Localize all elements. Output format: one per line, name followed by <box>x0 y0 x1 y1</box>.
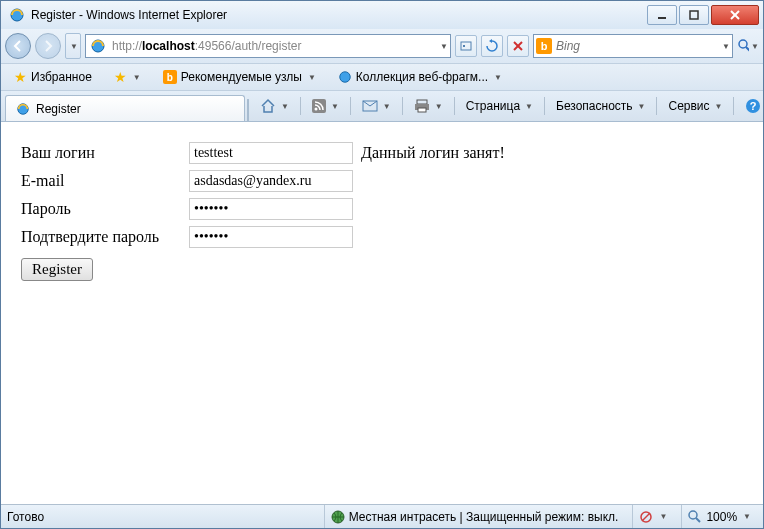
confirm-password-input[interactable] <box>189 226 353 248</box>
svg-point-10 <box>739 40 747 48</box>
password-input[interactable] <box>189 198 353 220</box>
add-favorites-button[interactable]: ★▼ <box>107 66 148 88</box>
bing-icon: b <box>536 38 552 54</box>
bing-small-icon: b <box>163 70 177 84</box>
titlebar: Register - Windows Internet Explorer <box>1 1 763 29</box>
protected-mode-toggle[interactable]: ▼ <box>632 505 673 528</box>
svg-line-26 <box>696 518 700 522</box>
zoom-icon <box>688 510 702 524</box>
page-menu[interactable]: Страница▼ <box>461 96 538 116</box>
globe-icon <box>331 510 345 524</box>
status-text: Готово <box>7 510 316 524</box>
window-title: Register - Windows Internet Explorer <box>31 8 647 22</box>
login-input[interactable] <box>189 142 353 164</box>
active-tab[interactable]: Register <box>5 95 245 121</box>
shield-off-icon <box>639 510 653 524</box>
command-bar: ▼ ▼ ▼ ▼ Страница▼ Безопасность▼ Сервис▼ … <box>249 91 764 121</box>
back-button[interactable] <box>5 33 31 59</box>
favorites-bar: ★ Избранное ★▼ b Рекомендуемые узлы▼ Кол… <box>1 63 763 91</box>
ie-logo-icon <box>9 7 25 23</box>
address-dropdown-icon[interactable]: ▼ <box>440 42 448 51</box>
zoom-level: 100% <box>706 510 737 524</box>
close-button[interactable] <box>711 5 759 25</box>
print-button[interactable]: ▼ <box>409 96 448 116</box>
star-add-icon: ★ <box>114 69 127 85</box>
favorites-button[interactable]: ★ Избранное <box>7 66 99 88</box>
tab-title: Register <box>36 102 81 116</box>
web-slices-link[interactable]: Коллекция веб-фрагм...▼ <box>331 67 509 87</box>
help-button[interactable]: ?▼ <box>740 95 764 117</box>
email-input[interactable] <box>189 170 353 192</box>
svg-rect-7 <box>463 45 465 47</box>
tab-favicon-icon <box>16 102 30 116</box>
login-label: Ваш логин <box>21 144 189 162</box>
login-error-message: Данный логин занят! <box>361 144 505 162</box>
confirm-password-label: Подтвердите пароль <box>21 228 189 246</box>
tab-bar: Register ▼ ▼ ▼ ▼ Страница▼ Безопасность▼… <box>1 91 763 121</box>
search-go-button[interactable]: ▼ <box>737 35 759 57</box>
feeds-button[interactable]: ▼ <box>307 96 344 116</box>
email-label: E-mail <box>21 172 189 190</box>
search-dropdown-icon[interactable]: ▼ <box>722 42 730 51</box>
recent-dropdown[interactable]: ▼ <box>65 33 81 59</box>
svg-line-11 <box>746 47 749 51</box>
stop-button[interactable] <box>507 35 529 57</box>
recommended-sites-link[interactable]: b Рекомендуемые узлы▼ <box>156 67 323 87</box>
svg-rect-17 <box>417 100 427 104</box>
security-zone[interactable]: Местная интрасеть | Защищенный режим: вы… <box>324 505 625 528</box>
safety-menu[interactable]: Безопасность▼ <box>551 96 650 116</box>
svg-point-15 <box>314 108 317 111</box>
register-button[interactable]: Register <box>21 258 93 281</box>
svg-text:?: ? <box>750 100 757 112</box>
tools-menu[interactable]: Сервис▼ <box>663 96 727 116</box>
svg-rect-6 <box>461 42 471 50</box>
maximize-button[interactable] <box>679 5 709 25</box>
svg-line-24 <box>642 513 650 521</box>
svg-rect-19 <box>418 108 426 112</box>
address-bar[interactable]: http://localhost:49566/auth/register ▼ <box>85 34 451 58</box>
ie-small-icon <box>338 70 352 84</box>
compat-view-button[interactable] <box>455 35 477 57</box>
page-favicon-icon <box>90 38 106 54</box>
svg-point-12 <box>340 72 351 83</box>
minimize-button[interactable] <box>647 5 677 25</box>
page-content: Ваш логин Данный логин занят! E-mail Пар… <box>1 121 763 504</box>
zoom-control[interactable]: 100% ▼ <box>681 505 757 528</box>
search-input[interactable] <box>552 39 720 53</box>
refresh-button[interactable] <box>481 35 503 57</box>
home-button[interactable]: ▼ <box>255 95 294 117</box>
svg-rect-2 <box>690 11 698 19</box>
search-box[interactable]: b ▼ <box>533 34 733 58</box>
svg-point-25 <box>689 511 697 519</box>
forward-button[interactable] <box>35 33 61 59</box>
address-input[interactable]: http://localhost:49566/auth/register <box>108 39 438 53</box>
password-label: Пароль <box>21 200 189 218</box>
star-icon: ★ <box>14 69 27 85</box>
status-bar: Готово Местная интрасеть | Защищенный ре… <box>1 504 763 528</box>
mail-button[interactable]: ▼ <box>357 97 396 115</box>
navigation-bar: ▼ http://localhost:49566/auth/register ▼… <box>1 29 763 63</box>
